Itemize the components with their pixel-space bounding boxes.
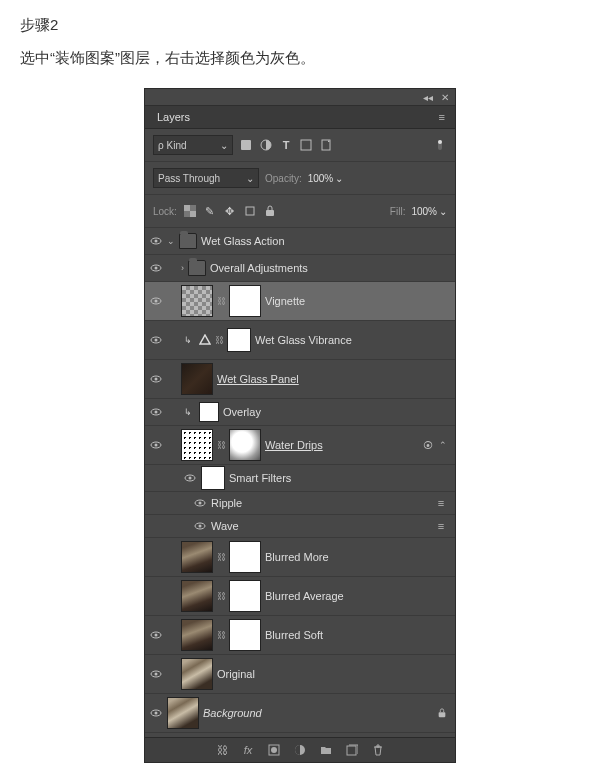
filter-name[interactable]: Wave: [211, 520, 239, 532]
filter-smart-icon[interactable]: [319, 138, 333, 152]
visibility-icon[interactable]: [149, 667, 163, 681]
filter-shape-icon[interactable]: [299, 138, 313, 152]
visibility-icon[interactable]: [149, 405, 163, 419]
layer-thumbnail[interactable]: [181, 619, 213, 651]
visibility-icon[interactable]: [149, 261, 163, 275]
visibility-icon[interactable]: [149, 589, 163, 603]
layer-blurred-average[interactable]: ⛓ Blurred Average: [145, 577, 455, 616]
mask-thumbnail[interactable]: [229, 619, 261, 651]
filter-wave[interactable]: Wave ≡: [145, 515, 455, 538]
layer-thumbnail[interactable]: [181, 429, 213, 461]
layer-name[interactable]: Wet Glass Action: [201, 235, 285, 247]
link-icon[interactable]: ⛓: [217, 591, 225, 601]
layer-background[interactable]: Background: [145, 694, 455, 733]
link-button-icon[interactable]: ⛓: [215, 743, 229, 757]
layer-thumbnail[interactable]: [181, 580, 213, 612]
lock-transparent-icon[interactable]: [183, 204, 197, 218]
lock-icon[interactable]: [437, 708, 447, 718]
layer-name[interactable]: Original: [217, 668, 255, 680]
caret-down-icon[interactable]: ⌄: [167, 236, 175, 246]
link-icon[interactable]: ⛓: [217, 296, 225, 306]
layer-water-drips[interactable]: ⛓ Water Drips ⦿ ⌃: [145, 426, 455, 465]
lock-all-icon[interactable]: [263, 204, 277, 218]
layer-name[interactable]: Wet Glass Vibrance: [255, 334, 352, 346]
layer-thumbnail[interactable]: [181, 658, 213, 690]
visibility-icon[interactable]: [149, 628, 163, 642]
filter-type-icon[interactable]: T: [279, 138, 293, 152]
filter-toggle-icon[interactable]: [433, 138, 447, 152]
link-icon[interactable]: ⛓: [217, 630, 225, 640]
layer-original[interactable]: Original: [145, 655, 455, 694]
tab-layers[interactable]: Layers: [151, 109, 196, 125]
layer-name[interactable]: Blurred Average: [265, 590, 344, 602]
close-icon[interactable]: ✕: [441, 92, 449, 103]
lock-artboard-icon[interactable]: [243, 204, 257, 218]
delete-layer-icon[interactable]: [371, 743, 385, 757]
filter-mask-thumbnail[interactable]: [201, 466, 225, 490]
fx-button-icon[interactable]: fx: [241, 743, 255, 757]
filter-settings-icon[interactable]: ≡: [435, 497, 447, 509]
layer-thumbnail[interactable]: [181, 363, 213, 395]
mask-thumbnail[interactable]: [227, 328, 251, 352]
layer-name[interactable]: Vignette: [265, 295, 305, 307]
filter-ripple[interactable]: Ripple ≡: [145, 492, 455, 515]
fill-field[interactable]: 100% ⌄: [411, 206, 447, 217]
layer-thumbnail[interactable]: [181, 285, 213, 317]
lock-move-icon[interactable]: ✥: [223, 204, 237, 218]
layer-group-wet-glass[interactable]: ⌄ Wet Glass Action: [145, 228, 455, 255]
layer-group-adjustments[interactable]: › Overall Adjustments: [145, 255, 455, 282]
layer-name[interactable]: Overall Adjustments: [210, 262, 308, 274]
mask-thumbnail[interactable]: [229, 580, 261, 612]
visibility-icon[interactable]: [193, 496, 207, 510]
layer-thumbnail[interactable]: [167, 697, 199, 729]
caret-right-icon[interactable]: ›: [181, 263, 184, 273]
mask-thumbnail[interactable]: [229, 285, 261, 317]
visibility-icon[interactable]: [149, 294, 163, 308]
visibility-icon[interactable]: [149, 550, 163, 564]
layer-thumbnail[interactable]: [181, 541, 213, 573]
visibility-icon[interactable]: [149, 706, 163, 720]
visibility-icon[interactable]: [149, 372, 163, 386]
layer-name[interactable]: Blurred Soft: [265, 629, 323, 641]
layer-blurred-soft[interactable]: ⛓ Blurred Soft: [145, 616, 455, 655]
opacity-field[interactable]: 100% ⌄: [308, 173, 344, 184]
filter-name[interactable]: Ripple: [211, 497, 242, 509]
filter-settings-icon[interactable]: ≡: [435, 520, 447, 532]
visibility-icon[interactable]: [149, 438, 163, 452]
layer-name[interactable]: Overlay: [223, 406, 261, 418]
layer-name[interactable]: Wet Glass Panel: [217, 373, 299, 385]
layer-name[interactable]: Background: [203, 707, 262, 719]
link-icon[interactable]: ⛓: [217, 552, 225, 562]
link-icon[interactable]: ⛓: [215, 335, 223, 345]
layer-name[interactable]: Smart Filters: [229, 472, 291, 484]
visibility-icon[interactable]: [183, 471, 197, 485]
layer-blurred-more[interactable]: ⛓ Blurred More: [145, 538, 455, 577]
mask-thumbnail[interactable]: [229, 541, 261, 573]
mask-thumbnail[interactable]: [229, 429, 261, 461]
new-layer-icon[interactable]: [345, 743, 359, 757]
collapse-icon[interactable]: ◂◂: [423, 92, 433, 103]
layer-name[interactable]: Water Drips: [265, 439, 323, 451]
layer-name[interactable]: Blurred More: [265, 551, 329, 563]
filter-adjust-icon[interactable]: [259, 138, 273, 152]
visibility-icon[interactable]: [193, 519, 207, 533]
layer-vignette[interactable]: ⛓ Vignette: [145, 282, 455, 321]
visibility-icon[interactable]: [149, 333, 163, 347]
link-icon[interactable]: ⛓: [217, 440, 225, 450]
layer-wet-glass-panel[interactable]: Wet Glass Panel: [145, 360, 455, 399]
layer-vibrance[interactable]: ↳ ⛓ Wet Glass Vibrance: [145, 321, 455, 360]
layer-overlay[interactable]: ↳ Overlay: [145, 399, 455, 426]
visibility-icon[interactable]: [149, 234, 163, 248]
layer-thumbnail[interactable]: [199, 402, 219, 422]
smart-filters-header[interactable]: Smart Filters: [145, 465, 455, 492]
lock-brush-icon[interactable]: ✎: [203, 204, 217, 218]
add-mask-icon[interactable]: [267, 743, 281, 757]
adjustment-layer-icon[interactable]: [293, 743, 307, 757]
panel-menu-icon[interactable]: ≡: [435, 109, 449, 125]
blend-mode-dropdown[interactable]: Pass Through ⌄: [153, 168, 259, 188]
filter-kind-dropdown[interactable]: ρ Kind ⌄: [153, 135, 233, 155]
new-group-icon[interactable]: [319, 743, 333, 757]
caret-up-icon[interactable]: ⌃: [439, 440, 447, 450]
svg-point-24: [155, 444, 158, 447]
filter-pixel-icon[interactable]: [239, 138, 253, 152]
